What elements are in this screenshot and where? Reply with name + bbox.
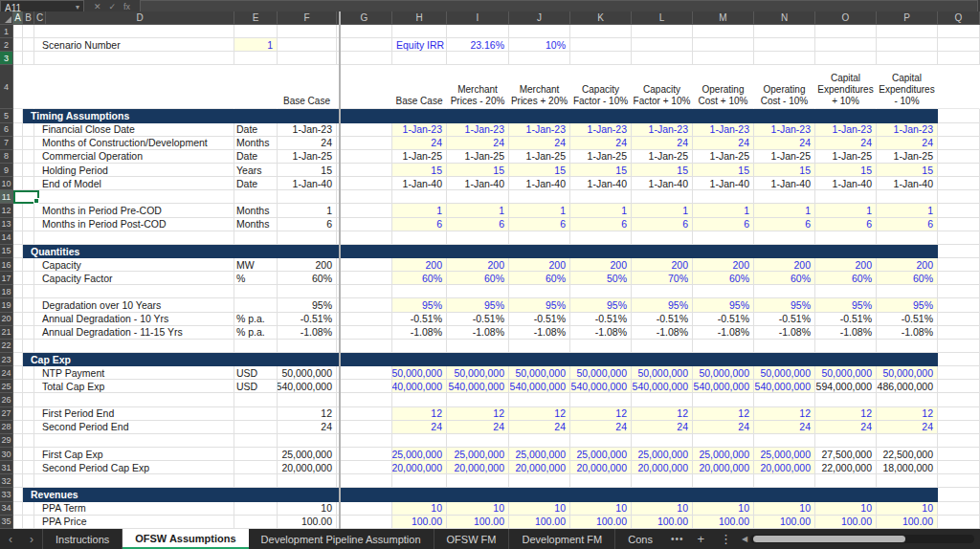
scenario-value-30-3[interactable]: 25,000,000 <box>509 448 570 461</box>
scenario-value-25-3[interactable]: 540,000,000 <box>509 380 570 393</box>
scenario-value-34-9[interactable]: 10 <box>877 502 938 516</box>
tab-scroll-left-icon[interactable]: ‹ <box>0 529 21 549</box>
base-case-value-21[interactable]: -1.08% <box>278 326 337 340</box>
cell-Q33[interactable] <box>938 488 980 501</box>
scenario-value-12-4[interactable]: 1 <box>570 204 632 217</box>
cell-Q31[interactable] <box>938 461 980 474</box>
cell-E18[interactable] <box>234 285 278 298</box>
scenario-value-21-6[interactable]: -1.08% <box>693 326 754 340</box>
cell-G11[interactable] <box>337 190 392 204</box>
scenario-value-24-1[interactable]: 50,000,000 <box>392 366 447 380</box>
scenario-value-30-4[interactable]: 25,000,000 <box>570 448 632 461</box>
cell-B27[interactable] <box>23 407 34 421</box>
cell-Q11[interactable] <box>938 190 980 204</box>
scenario-value-6-7[interactable]: 1-Jan-23 <box>754 123 815 137</box>
row-unit-9[interactable]: Years <box>234 164 278 177</box>
row-unit-35[interactable] <box>234 516 278 529</box>
base-case-value-28[interactable]: 24 <box>278 421 337 434</box>
column-header-C[interactable]: C <box>34 11 46 25</box>
cell-B30[interactable] <box>23 448 34 461</box>
cell-Q35[interactable] <box>938 516 980 529</box>
cell-Q6[interactable] <box>938 123 980 137</box>
scenario-value-25-5[interactable]: 540,000,000 <box>632 380 693 393</box>
cell-A30[interactable] <box>13 448 23 461</box>
row-header-33[interactable]: 33 <box>0 488 13 501</box>
cell-Q10[interactable] <box>938 177 980 190</box>
cell-r2-s7[interactable] <box>754 38 815 52</box>
scenario-value-8-9[interactable]: 1-Jan-25 <box>877 150 938 164</box>
scenario-value-12-5[interactable]: 1 <box>632 204 693 217</box>
cell-r29-s5[interactable] <box>632 434 693 448</box>
cancel-icon[interactable]: ✕ <box>94 2 101 11</box>
scenario-value-28-9[interactable]: 24 <box>877 421 938 434</box>
cell-r32-s5[interactable] <box>632 474 693 488</box>
scenario-value-9-2[interactable]: 15 <box>447 164 509 177</box>
scenario-value-8-6[interactable]: 1-Jan-25 <box>693 150 754 164</box>
scenario-value-35-3[interactable]: 100.00 <box>509 516 570 529</box>
row-label-27[interactable]: First Period End <box>34 407 234 421</box>
scenario-value-6-3[interactable]: 1-Jan-23 <box>509 123 570 137</box>
scenario-value-24-3[interactable]: 50,000,000 <box>509 366 570 380</box>
scenario-value-28-8[interactable]: 24 <box>815 421 877 434</box>
row-header-24[interactable]: 24 <box>0 366 13 380</box>
cell-r22-s3[interactable] <box>509 340 570 353</box>
scenario-value-6-1[interactable]: 1-Jan-23 <box>392 123 447 137</box>
cell-F14[interactable] <box>278 231 337 245</box>
scenario-value-10-1[interactable]: 1-Jan-40 <box>392 177 447 190</box>
scenario-value-35-6[interactable]: 100.00 <box>693 516 754 529</box>
row-unit-27[interactable] <box>234 407 278 421</box>
cell-r1-s3[interactable] <box>509 25 570 38</box>
scenario-value-7-3[interactable]: 24 <box>509 137 570 150</box>
cell-B2[interactable] <box>23 38 34 52</box>
column-header-M[interactable]: M <box>693 11 754 25</box>
scenario-value-12-2[interactable]: 1 <box>447 204 509 217</box>
cell-G16[interactable] <box>337 258 392 272</box>
scenario-value-9-8[interactable]: 15 <box>815 164 877 177</box>
row-header-26[interactable]: 26 <box>0 393 13 406</box>
cell-B17[interactable] <box>23 272 34 285</box>
scenario-value-35-5[interactable]: 100.00 <box>632 516 693 529</box>
scenario-value-27-9[interactable]: 12 <box>877 407 938 421</box>
scenario-value-25-9[interactable]: 486,000,000 <box>877 380 938 393</box>
row-label-25[interactable]: Total Cap Exp <box>34 380 234 393</box>
cell-F29[interactable] <box>278 434 337 448</box>
cell-r1-s5[interactable] <box>632 25 693 38</box>
cell-r29-s2[interactable] <box>447 434 509 448</box>
cell-A16[interactable] <box>13 258 23 272</box>
cell-Q7[interactable] <box>938 137 980 150</box>
cell-E3[interactable] <box>234 52 278 65</box>
cell-r29-s8[interactable] <box>815 434 877 448</box>
cell-r29-s6[interactable] <box>693 434 754 448</box>
scenario-value-20-1[interactable]: -0.51% <box>392 313 447 326</box>
scrollbar-track[interactable] <box>750 535 974 543</box>
cell-A14[interactable] <box>13 231 23 245</box>
cell-r32-s3[interactable] <box>509 474 570 488</box>
cell-r32-s1[interactable] <box>392 474 447 488</box>
cell-B7[interactable] <box>23 137 34 150</box>
cell-r26-s3[interactable] <box>509 393 570 406</box>
cell-G25[interactable] <box>337 380 392 393</box>
cell-Q15[interactable] <box>938 245 980 258</box>
scenario-value-25-4[interactable]: 540,000,000 <box>570 380 632 393</box>
row-header-2[interactable]: 2 <box>0 38 13 52</box>
scenario-value-31-8[interactable]: 22,000,000 <box>815 461 877 474</box>
cell-A7[interactable] <box>13 137 23 150</box>
scenario-value-10-8[interactable]: 1-Jan-40 <box>815 177 877 190</box>
cell-B3[interactable] <box>23 52 34 65</box>
section-header-33[interactable]: Revenues <box>23 488 938 501</box>
scenario-value-30-2[interactable]: 25,000,000 <box>447 448 509 461</box>
row-label-6[interactable]: Financial Close Date <box>34 123 234 137</box>
scenario-value-31-7[interactable]: 20,000,000 <box>754 461 815 474</box>
scenario-value-20-3[interactable]: -0.51% <box>509 313 570 326</box>
cell-G29[interactable] <box>337 434 392 448</box>
scenario-value-7-2[interactable]: 24 <box>447 137 509 150</box>
scenario-value-35-4[interactable]: 100.00 <box>570 516 632 529</box>
row-unit-16[interactable]: MW <box>234 258 278 272</box>
cell-D3[interactable] <box>34 52 234 65</box>
scenario-value-25-6[interactable]: 540,000,000 <box>693 380 754 393</box>
cell-Q16[interactable] <box>938 258 980 272</box>
scenario-value-27-3[interactable]: 12 <box>509 407 570 421</box>
cell-B14[interactable] <box>23 231 34 245</box>
cell-E4[interactable] <box>234 65 278 109</box>
cell-r22-s5[interactable] <box>632 340 693 353</box>
